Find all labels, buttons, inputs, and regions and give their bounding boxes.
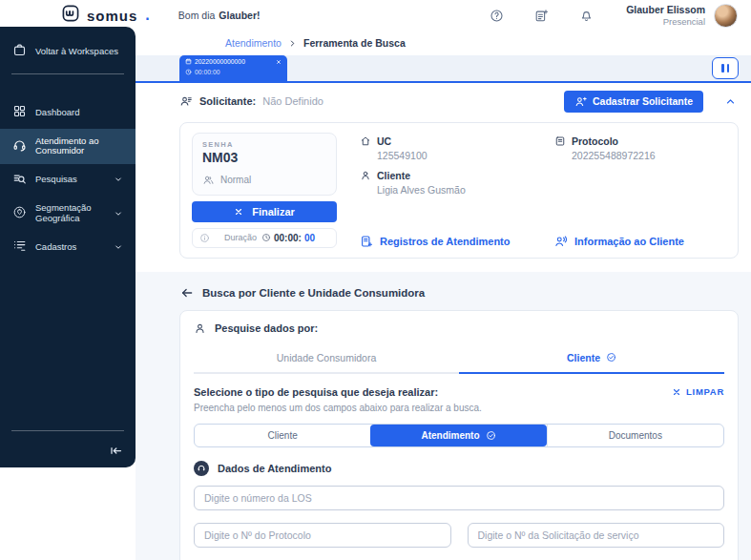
segment-label: Documentos [609, 430, 662, 441]
tab-unidade-consumidora[interactable]: Unidade Consumidora [194, 344, 459, 372]
select-type-hint: Preencha pelo menos um dos campos abaixo… [194, 403, 724, 413]
check-circle-icon [486, 430, 496, 441]
user-meta: Glauber Elissom Presencial [626, 4, 705, 28]
finalizar-label: Finalizar [252, 206, 295, 218]
protocolo-label-row: Protocolo [554, 135, 726, 147]
attend-panel: Solicitante: Não Definido Cadastrar Soli… [136, 83, 751, 272]
senha-label: SENHA [202, 140, 326, 149]
duracao-time: 00:00: [274, 233, 302, 243]
sidebar-item-label: Dashboard [35, 108, 79, 117]
help-icon[interactable] [490, 9, 504, 23]
uc-label: UC [377, 135, 391, 147]
bell-icon[interactable] [579, 9, 594, 23]
duracao-label: Duração [224, 233, 257, 242]
top-bar: somus. Bom dia Glauber! [0, 0, 751, 29]
solicitante-row: Solicitante: Não Definido Cadastrar Soli… [136, 83, 751, 120]
pesquise-title: Pesquise dados por: [215, 322, 318, 334]
sidebar-item-pesquisas[interactable]: Pesquisas [0, 164, 136, 196]
sidebar-item-atendimento-consumidor[interactable]: Atendimento ao Consumidor [0, 129, 136, 164]
pause-button[interactable] [712, 57, 739, 79]
user-name: Glauber Elissom [626, 4, 705, 16]
sidebar-item-voltar-workspaces[interactable]: Voltar à Workspaces [0, 35, 136, 67]
cliente-label-row: Cliente [360, 170, 532, 181]
calendar-check-icon [185, 58, 192, 67]
search-heading: Busca por Cliente e Unidade Consumidora [180, 286, 739, 300]
cadastrar-solicitante-button[interactable]: Cadastrar Solicitante [564, 91, 703, 113]
search-tabs: Unidade Consumidora Cliente [194, 344, 724, 374]
registros-atendimento-link[interactable]: Registros de Atendimento [360, 235, 532, 248]
close-icon[interactable] [276, 59, 282, 65]
informacao-cliente-link[interactable]: Informação ao Cliente [554, 235, 726, 248]
person-icon [194, 322, 206, 335]
ticket-left-column: SENHA NM03 Normal [192, 133, 337, 248]
sidebar-footer [0, 438, 136, 460]
chevron-up-icon[interactable] [724, 95, 737, 108]
back-arrow-icon[interactable] [180, 286, 194, 300]
breadcrumb-current: Ferramenta de Busca [303, 37, 406, 49]
sidebar-item-label: Segmentação Geográfica [35, 203, 105, 223]
session-tab-strip: 20220000000000 00:00:00 [136, 55, 751, 83]
solicitacao-servico-input[interactable] [468, 523, 725, 548]
dados-atendimento-row: Dados de Atendimento [194, 461, 724, 476]
chevron-right-icon [288, 39, 297, 48]
finalizar-button[interactable]: Finalizar [192, 201, 337, 222]
sidebar-item-dashboard[interactable]: Dashboard [0, 96, 136, 128]
uc-label-row: UC [360, 135, 532, 147]
duracao-content: Duração 00:00:00 [210, 233, 329, 243]
search-heading-title: Busca por Cliente e Unidade Consumidora [202, 287, 425, 299]
search-area: Busca por Cliente e Unidade Consumidora … [136, 272, 751, 560]
headset-icon [12, 138, 27, 155]
breadcrumb: Atendimento Ferramenta de Busca [136, 29, 751, 55]
sidebar-item-segmentacao-geografica[interactable]: Segmentação Geográfica [0, 196, 136, 231]
tab-label: Unidade Consumidora [277, 352, 376, 363]
sidebar-item-label: Atendimento ao Consumidor [35, 136, 130, 156]
dados-atendimento-title: Dados de Atendimento [218, 463, 331, 474]
segment-documentos[interactable]: Documentos [547, 425, 723, 446]
sidebar-item-label: Pesquisas [35, 175, 77, 184]
informacao-cliente-label: Informação ao Cliente [574, 236, 684, 247]
person-icon [360, 170, 371, 181]
breadcrumb-parent[interactable]: Atendimento [225, 37, 282, 49]
cadastrar-solicitante-label: Cadastrar Solicitante [593, 95, 693, 107]
session-tab-header: 20220000000000 [185, 58, 282, 67]
greeting-name: Glauber! [219, 10, 260, 21]
session-tab-timer: 00:00:00 [195, 70, 219, 76]
segment-atendimento[interactable]: Atendimento [370, 425, 546, 446]
los-input[interactable] [194, 486, 724, 510]
sidebar-spacer [0, 263, 136, 425]
note-add-icon[interactable] [534, 9, 549, 23]
dashboard-icon [12, 104, 27, 120]
user-menu[interactable]: Glauber Elissom Presencial [626, 4, 738, 28]
home-icon [360, 135, 371, 147]
avatar[interactable] [714, 4, 738, 28]
limpar-label: LIMPAR [686, 386, 724, 397]
sidebar-item-cadastros[interactable]: Cadastros [0, 231, 136, 262]
person-badge-icon [179, 94, 193, 108]
session-tab-number: 20220000000000 [195, 59, 245, 66]
ticket-card: SENHA NM03 Normal [179, 122, 739, 259]
info-icon [199, 233, 210, 243]
somus-logo: somus. [61, 4, 150, 27]
session-tab[interactable]: 20220000000000 00:00:00 [179, 55, 287, 81]
search-type-segments: Cliente Atendimento Documentos [194, 424, 724, 447]
uc-value: 125549100 [377, 150, 532, 161]
persons-icon [202, 174, 215, 186]
protocolo-input[interactable] [194, 523, 451, 548]
limpar-button[interactable]: LIMPAR [672, 386, 724, 397]
tab-cliente[interactable]: Cliente [459, 344, 724, 372]
x-icon [672, 387, 681, 397]
cliente-field: Cliente Ligia Alves Gusmão [360, 170, 532, 196]
chevron-down-icon [114, 209, 123, 218]
segment-label: Cliente [268, 430, 298, 441]
protocolo-label: Protocolo [572, 135, 618, 147]
chevron-down-icon [114, 175, 123, 184]
collapse-sidebar-icon[interactable] [109, 444, 123, 458]
uc-field: UC 125549100 [360, 135, 532, 161]
person-voice-icon [554, 235, 568, 248]
senha-value: NM03 [202, 150, 326, 165]
duracao-box: Duração 00:00:00 [192, 228, 337, 248]
somus-logo-text: somus [87, 8, 137, 24]
cliente-value: Ligia Alves Gusmão [377, 184, 532, 196]
segment-cliente[interactable]: Cliente [195, 425, 370, 446]
greeting: Bom dia Glauber! [178, 10, 261, 21]
